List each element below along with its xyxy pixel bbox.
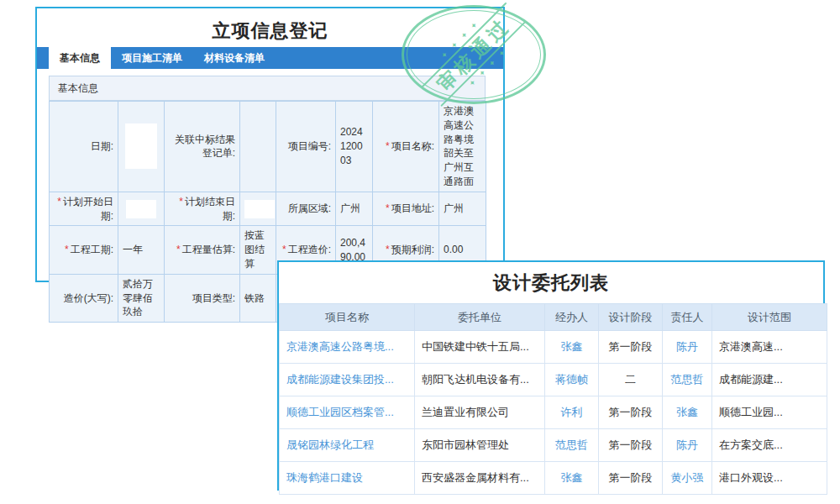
owner-link[interactable]: 黄小强: [663, 462, 712, 495]
date-input[interactable]: [126, 200, 156, 218]
form-label-project-name: *项目名称:: [373, 102, 439, 192]
design-phase-cell: 第一阶段: [599, 462, 663, 495]
client-unit-cell: 中国铁建中铁十五局...: [415, 331, 545, 364]
page: { "colors": { "window_border": "#2aabdf"…: [0, 0, 840, 504]
handler-link[interactable]: 蒋德帧: [545, 364, 599, 396]
required-mark: *: [65, 244, 69, 255]
handler-link[interactable]: 张鑫: [545, 462, 599, 495]
tab-bar: 基本信息 项目施工清单 材料设备清单: [37, 47, 503, 69]
required-mark: *: [179, 196, 183, 207]
tab-basic-info[interactable]: 基本信息: [49, 47, 111, 69]
owner-link[interactable]: 陈丹: [663, 331, 712, 364]
project-registration-window: 立项信息登记 基本信息 项目施工清单 材料设备清单 基本信息 日期: 关联中标结…: [35, 7, 505, 282]
form-label-cost-in-words: 造价(大写):: [50, 274, 118, 322]
design-phase-cell: 第一阶段: [599, 331, 663, 364]
project-link[interactable]: 京港澳高速公路粤境...: [280, 331, 415, 364]
client-unit-cell: 西安盛器金属材料有...: [415, 462, 545, 495]
form-field-plan-end-date: [240, 192, 276, 226]
required-mark: *: [386, 140, 390, 152]
design-phase-cell: 第一阶段: [599, 396, 663, 429]
form-label-quantity-estimate: *工程量估算:: [165, 226, 240, 274]
form-field-plan-start-date: [118, 192, 165, 226]
tab-construction-list[interactable]: 项目施工清单: [111, 47, 193, 69]
form-label-region: 所属区域:: [276, 192, 336, 226]
required-mark: *: [386, 202, 390, 214]
date-input[interactable]: [125, 123, 157, 169]
date-input[interactable]: [244, 200, 275, 218]
form-field-project-name[interactable]: 京港澳高速公路粤境韶关至广州互通路面: [439, 102, 486, 192]
column-header-owner: 责任人: [663, 304, 712, 331]
tab-material-equipment-list[interactable]: 材料设备清单: [193, 47, 276, 69]
client-unit-cell: 兰迪置业有限公司: [415, 396, 545, 429]
table-row: 晟铭园林绿化工程 东阳市园林管理处 范思哲 第一阶段 陈丹 在方案交底...: [280, 429, 827, 462]
design-phase-cell: 第一阶段: [599, 429, 663, 462]
form-field-project-number[interactable]: 2024120003: [336, 102, 373, 192]
owner-link[interactable]: 陈丹: [663, 429, 712, 462]
form-label-project-type: 项目类型:: [165, 274, 240, 322]
form-label-date: 日期:: [50, 102, 118, 192]
table-row: 京港澳高速公路粤境... 中国铁建中铁十五局... 张鑫 第一阶段 陈丹 京港澳…: [280, 331, 827, 364]
client-unit-cell: 东阳市园林管理处: [415, 429, 545, 462]
form-label-duration: *工程工期:: [50, 226, 118, 274]
owner-link[interactable]: 范思哲: [663, 364, 712, 396]
required-mark: *: [57, 196, 61, 207]
column-header-design-scope: 设计范围: [712, 304, 827, 331]
form-field-bid-result[interactable]: [240, 102, 276, 192]
table-row: 成都能源建设集团投... 朝阳飞达机电设备有... 蒋德帧 二 范思哲 成都能源…: [280, 364, 827, 396]
client-unit-cell: 朝阳飞达机电设备有...: [415, 364, 545, 396]
handler-link[interactable]: 张鑫: [545, 331, 599, 364]
design-scope-cell: 成都能源建...: [712, 364, 827, 396]
form-label-project-address: *项目地址:: [373, 192, 439, 226]
design-commission-window: 设计委托列表 项目名称 委托单位 经办人 设计阶段 责任人 设计范围 京港澳高速…: [277, 260, 825, 491]
form-row: *计划开始日期: *计划结束日期: 所属区域: 广州 *项目地址: 广州: [50, 192, 486, 226]
column-header-project-name: 项目名称: [280, 304, 415, 331]
list-title: 设计委托列表: [279, 262, 823, 303]
form-field-quantity-estimate[interactable]: 按蓝图结算: [240, 226, 276, 274]
form-field-cost-in-words[interactable]: 贰拾万零肆佰玖拾: [118, 274, 165, 322]
form-label-bid-result: 关联中标结果登记单:: [165, 102, 240, 192]
form-label-project-number: 项目编号:: [276, 102, 336, 192]
owner-link[interactable]: 张鑫: [663, 396, 712, 429]
design-scope-cell: 在方案交底...: [712, 429, 827, 462]
table-row: 顺德工业园区档案管... 兰迪置业有限公司 许利 第一阶段 张鑫 顺德工业园..…: [280, 396, 827, 429]
form-field-date: [118, 102, 165, 192]
handler-link[interactable]: 范思哲: [545, 429, 599, 462]
form-field-project-type[interactable]: 铁路: [240, 274, 276, 322]
table-row: 珠海鹤港口建设 西安盛器金属材料有... 张鑫 第一阶段 黄小强 港口外观设..…: [280, 462, 827, 495]
commission-table: 项目名称 委托单位 经办人 设计阶段 责任人 设计范围 京港澳高速公路粤境...…: [279, 303, 827, 495]
required-mark: *: [176, 244, 181, 255]
design-scope-cell: 顺德工业园...: [712, 396, 827, 429]
form-field-project-address[interactable]: 广州: [439, 192, 486, 226]
table-header-row: 项目名称 委托单位 经办人 设计阶段 责任人 设计范围: [280, 304, 827, 331]
project-link[interactable]: 成都能源建设集团投...: [280, 364, 415, 396]
design-phase-cell: 二: [599, 364, 663, 396]
form-label-plan-end-date: *计划结束日期:: [165, 192, 240, 226]
design-scope-cell: 京港澳高速...: [712, 331, 827, 364]
form-field-region[interactable]: 广州: [336, 192, 373, 226]
handler-link[interactable]: 许利: [545, 396, 599, 429]
column-header-client-unit: 委托单位: [415, 304, 545, 331]
column-header-handler: 经办人: [545, 304, 599, 331]
column-header-design-phase: 设计阶段: [599, 304, 663, 331]
design-scope-cell: 港口外观设...: [712, 462, 827, 495]
required-mark: *: [282, 244, 286, 255]
form-field-duration[interactable]: 一年: [118, 226, 165, 274]
project-link[interactable]: 顺德工业园区档案管...: [280, 396, 415, 429]
form-label-plan-start-date: *计划开始日期:: [50, 192, 118, 226]
project-link[interactable]: 晟铭园林绿化工程: [280, 429, 415, 462]
project-link[interactable]: 珠海鹤港口建设: [280, 462, 415, 495]
page-title: 立项信息登记: [37, 8, 503, 44]
form-row: 日期: 关联中标结果登记单: 项目编号: 2024120003 *项目名称: 京…: [50, 102, 486, 192]
required-mark: *: [386, 244, 390, 255]
section-header-basic-info: 基本信息: [49, 76, 486, 101]
